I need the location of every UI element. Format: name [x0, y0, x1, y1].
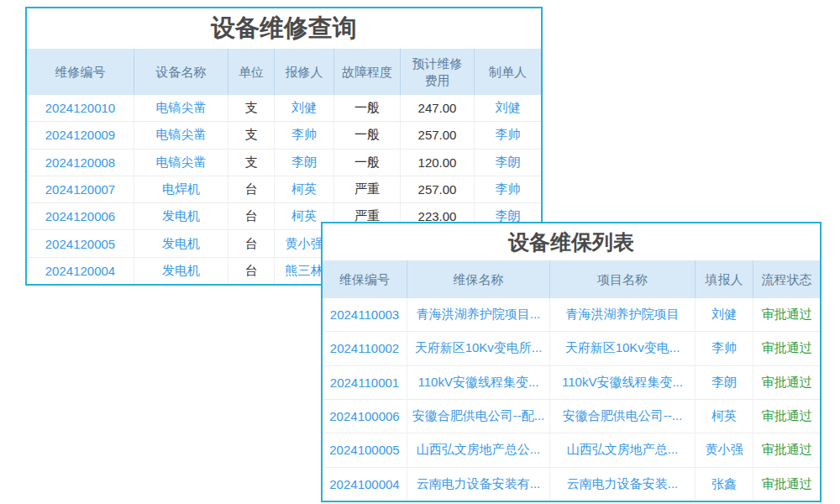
cell-project-name[interactable]: 山西弘文房地产总... — [550, 433, 696, 466]
cell-filler[interactable]: 张鑫 — [696, 468, 753, 501]
table-row: 2024120009 电镐尖凿 支 李帅 一般 257.00 李帅 — [27, 122, 541, 149]
table-row: 2024100004 云南电力设备安装有... 云南电力设备安装... 张鑫 审… — [323, 468, 820, 501]
column-header-fault-level: 故障程度 — [334, 49, 401, 95]
cell-project-name[interactable]: 安徽合肥供电公司--... — [550, 400, 696, 433]
table-row: 2024110001 110kV安徽线程集变... 110kV安徽线程集变...… — [323, 366, 820, 400]
cell-maintenance-name[interactable]: 天府新区10Kv变电所... — [407, 332, 550, 365]
cell-estimated-cost: 257.00 — [401, 176, 475, 202]
table-row: 2024120010 电镐尖凿 支 刘健 一般 247.00 刘健 — [27, 95, 541, 122]
cell-unit: 台 — [228, 176, 275, 202]
cell-maintenance-id[interactable]: 2024110001 — [323, 366, 407, 399]
cell-fault-level: 一般 — [334, 122, 401, 148]
column-header-device-name: 设备名称 — [134, 49, 228, 95]
cell-estimated-cost: 257.00 — [401, 122, 475, 148]
cell-device-name[interactable]: 电镐尖凿 — [134, 95, 228, 121]
cell-project-name[interactable]: 青海洪湖养护院项目 — [550, 298, 696, 331]
cell-reporter[interactable]: 柯英 — [275, 176, 334, 202]
cell-flow-status: 审批通过 — [753, 366, 820, 399]
cell-device-name[interactable]: 电镐尖凿 — [134, 122, 228, 148]
table-row: 2024110003 青海洪湖养护院项目... 青海洪湖养护院项目 刘健 审批通… — [323, 298, 820, 332]
cell-flow-status: 审批通过 — [753, 332, 820, 365]
maintenance-table-header: 维保编号 维保名称 项目名称 填报人 流程状态 — [323, 260, 820, 298]
table-row: 2024100005 山西弘文房地产总公... 山西弘文房地产总... 黄小强 … — [323, 433, 820, 467]
column-header-reporter: 报修人 — [275, 49, 334, 95]
cell-device-name[interactable]: 发电机 — [134, 258, 228, 284]
cell-filler[interactable]: 李朗 — [696, 366, 753, 399]
cell-unit: 台 — [228, 203, 275, 229]
cell-repair-id[interactable]: 2024120005 — [27, 230, 134, 256]
table-row: 2024120007 电焊机 台 柯英 严重 257.00 李帅 — [27, 176, 541, 203]
column-header-repair-id: 维修编号 — [27, 49, 134, 95]
cell-repair-id[interactable]: 2024120010 — [27, 95, 134, 121]
cell-unit: 支 — [228, 122, 275, 148]
cell-flow-status: 审批通过 — [753, 400, 820, 433]
cell-maintenance-id[interactable]: 2024100005 — [323, 433, 407, 466]
repair-panel-title: 设备维修查询 — [27, 8, 541, 49]
cell-reporter[interactable]: 刘健 — [275, 95, 334, 121]
cell-maintenance-id[interactable]: 2024110002 — [323, 332, 407, 365]
cell-estimated-cost: 247.00 — [401, 95, 475, 121]
cell-fault-level: 严重 — [334, 176, 401, 202]
table-row: 2024120008 电镐尖凿 支 李朗 一般 120.00 李朗 — [27, 150, 541, 176]
column-header-filler: 填报人 — [696, 260, 753, 298]
cell-fault-level: 一般 — [334, 150, 401, 176]
column-header-maintenance-name: 维保名称 — [407, 260, 550, 298]
column-header-project-name: 项目名称 — [550, 260, 696, 298]
column-header-unit: 单位 — [228, 49, 275, 95]
column-header-estimated-cost: 预计维修费用 — [401, 49, 475, 95]
cell-maintenance-name[interactable]: 云南电力设备安装有... — [407, 468, 550, 501]
cell-device-name[interactable]: 发电机 — [134, 230, 228, 256]
cell-unit: 支 — [228, 150, 275, 176]
cell-unit: 台 — [228, 258, 275, 284]
cell-project-name[interactable]: 云南电力设备安装... — [550, 468, 696, 501]
cell-flow-status: 审批通过 — [753, 468, 820, 501]
cell-flow-status: 审批通过 — [753, 433, 820, 466]
cell-creator[interactable]: 李帅 — [475, 122, 541, 148]
cell-filler[interactable]: 柯英 — [696, 400, 753, 433]
cell-filler[interactable]: 李帅 — [696, 332, 753, 365]
cell-device-name[interactable]: 电焊机 — [134, 176, 228, 202]
cell-filler[interactable]: 刘健 — [696, 298, 753, 331]
table-row: 2024100006 安徽合肥供电公司--配... 安徽合肥供电公司--... … — [323, 400, 820, 433]
cell-maintenance-id[interactable]: 2024100006 — [323, 400, 407, 433]
cell-repair-id[interactable]: 2024120006 — [27, 203, 134, 229]
maintenance-list-panel: 设备维保列表 维保编号 维保名称 项目名称 填报人 流程状态 202411000… — [321, 222, 822, 502]
cell-reporter[interactable]: 李朗 — [275, 150, 334, 176]
cell-repair-id[interactable]: 2024120009 — [27, 122, 134, 148]
cell-fault-level: 一般 — [334, 95, 401, 121]
cell-creator[interactable]: 刘健 — [475, 95, 541, 121]
cell-maintenance-id[interactable]: 2024110003 — [323, 298, 407, 331]
cell-repair-id[interactable]: 2024120004 — [27, 258, 134, 284]
cell-repair-id[interactable]: 2024120007 — [27, 176, 134, 202]
cell-creator[interactable]: 李朗 — [475, 150, 541, 176]
cell-flow-status: 审批通过 — [753, 298, 820, 331]
cell-maintenance-name[interactable]: 山西弘文房地产总公... — [407, 433, 550, 466]
cell-maintenance-name[interactable]: 110kV安徽线程集变... — [407, 366, 550, 399]
repair-table-header: 维修编号 设备名称 单位 报修人 故障程度 预计维修费用 制单人 — [27, 49, 541, 95]
cell-maintenance-name[interactable]: 安徽合肥供电公司--配... — [407, 400, 550, 433]
cell-reporter[interactable]: 李帅 — [275, 122, 334, 148]
cell-device-name[interactable]: 电镐尖凿 — [134, 150, 228, 176]
table-row: 2024110002 天府新区10Kv变电所... 天府新区10Kv变电... … — [323, 332, 820, 365]
cell-unit: 台 — [228, 230, 275, 256]
cell-project-name[interactable]: 110kV安徽线程集变... — [550, 366, 696, 399]
maintenance-panel-title: 设备维保列表 — [323, 223, 820, 260]
cell-maintenance-name[interactable]: 青海洪湖养护院项目... — [407, 298, 550, 331]
maintenance-table-body: 2024110003 青海洪湖养护院项目... 青海洪湖养护院项目 刘健 审批通… — [323, 298, 820, 501]
cell-estimated-cost: 120.00 — [401, 150, 475, 176]
column-header-creator: 制单人 — [475, 49, 541, 95]
cell-filler[interactable]: 黄小强 — [696, 433, 753, 466]
cell-creator[interactable]: 李帅 — [475, 176, 541, 202]
cell-maintenance-id[interactable]: 2024100004 — [323, 468, 407, 501]
cell-unit: 支 — [228, 95, 275, 121]
column-header-maintenance-id: 维保编号 — [323, 260, 407, 298]
column-header-flow-status: 流程状态 — [753, 260, 820, 298]
cell-project-name[interactable]: 天府新区10Kv变电... — [550, 332, 696, 365]
cell-repair-id[interactable]: 2024120008 — [27, 150, 134, 176]
cell-device-name[interactable]: 发电机 — [134, 203, 228, 229]
